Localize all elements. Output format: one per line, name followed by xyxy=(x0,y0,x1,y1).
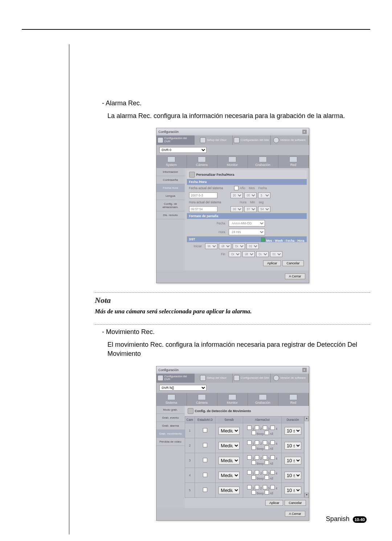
sel-dia[interactable]: 3 xyxy=(258,192,270,198)
chk-ao4[interactable] xyxy=(270,426,275,430)
sel-dur[interactable]: 10 sec xyxy=(285,457,301,464)
s-fecha[interactable]: Fecha Hora xyxy=(156,184,185,192)
c2-grab[interactable]: Grabación xyxy=(248,393,278,406)
sel-sens[interactable]: Medium xyxy=(219,457,240,464)
chk-all[interactable] xyxy=(265,446,269,450)
s2-modo[interactable]: Modo grab. xyxy=(156,406,185,414)
dvr-select2[interactable]: DVR fs[] xyxy=(159,385,207,391)
tab-dvr[interactable]: Configuración del DVR xyxy=(156,135,195,145)
sel-hh[interactable]: 09 xyxy=(230,206,243,212)
s-lang[interactable]: Lengua xyxy=(156,192,185,200)
chk-beep[interactable] xyxy=(252,475,256,480)
close-button[interactable]: A Cerrar xyxy=(285,273,305,279)
th-ao[interactable]: AlarmaOut xyxy=(243,416,282,423)
chk-ao4[interactable] xyxy=(270,455,275,460)
tab2-dvr[interactable]: Configuración del DVR xyxy=(156,374,195,383)
dvr-select[interactable]: DVR 0 xyxy=(159,147,207,153)
chk-beep[interactable] xyxy=(252,490,256,495)
sel-dur[interactable]: 10 sec xyxy=(285,427,301,435)
chk-all[interactable] xyxy=(265,490,269,495)
c2-monitor[interactable]: Monitor xyxy=(217,393,248,406)
c2-red[interactable]: Red xyxy=(278,393,309,406)
s-store[interactable]: Config. de almacenam. xyxy=(156,200,185,211)
chk-estado[interactable] xyxy=(203,488,207,492)
chk-all[interactable] xyxy=(265,460,269,465)
scroll-up-icon[interactable]: ▴ xyxy=(305,416,309,421)
chk-ao3[interactable] xyxy=(263,440,267,445)
i-hr[interactable]: 01 xyxy=(246,243,259,249)
cat-system[interactable]: System xyxy=(156,155,187,168)
cat-grabacion[interactable]: Grabación xyxy=(248,155,278,168)
chk-ao4[interactable] xyxy=(270,485,275,489)
sel-ffecha[interactable]: AAAA-MM-DD xyxy=(229,220,265,227)
c2-sistema[interactable]: Sistema xyxy=(156,393,187,406)
apply-button2[interactable]: Aplicar xyxy=(265,500,283,506)
chk-beep[interactable] xyxy=(252,431,256,435)
f-fh[interactable]: Dom xyxy=(256,251,269,257)
c2-camera[interactable]: Cámera xyxy=(187,393,217,406)
chk-beep[interactable] xyxy=(252,460,256,465)
sel-dur[interactable]: 10 sec xyxy=(285,487,301,494)
chk-ao2[interactable] xyxy=(255,426,259,430)
chk-ao1[interactable] xyxy=(247,426,252,430)
chk-ao4[interactable] xyxy=(270,440,275,445)
s-pass[interactable]: Contraseña xyxy=(156,176,185,184)
close-button2[interactable]: A Cerrar xyxy=(285,511,305,517)
cancel-button2[interactable]: Cancelar xyxy=(285,500,306,506)
s2-perdida[interactable]: Pérdida de vídeo xyxy=(156,438,185,446)
chk-fecha[interactable] xyxy=(234,186,238,190)
s2-alarma[interactable]: Grab. alarma xyxy=(156,422,185,430)
sel-dur[interactable]: 10 sec xyxy=(285,472,301,479)
chk-all[interactable] xyxy=(265,431,269,435)
s2-evento[interactable]: Grab. evento xyxy=(156,414,185,422)
tab-version[interactable]: Versión de software xyxy=(271,135,309,145)
in-fecha[interactable]: 2007-5-3 xyxy=(189,192,217,198)
tab2-site[interactable]: Configuración del Site xyxy=(233,374,271,383)
chk-estado[interactable] xyxy=(203,428,207,432)
s2-mov[interactable]: Grab. movimiento xyxy=(156,430,185,438)
sel-sens[interactable]: Medium xyxy=(219,487,240,494)
sel-mm[interactable]: 37 xyxy=(244,206,257,212)
sel-ss[interactable]: 54 xyxy=(258,206,270,212)
s-info[interactable]: Información xyxy=(156,168,185,176)
f-wk[interactable]: últ xyxy=(242,251,255,257)
cat-monitor[interactable]: Monitor xyxy=(217,155,248,168)
apply-button[interactable]: Aplicar xyxy=(263,260,281,266)
th-estado[interactable]: EstadoM.D xyxy=(195,416,216,423)
chk-estado[interactable] xyxy=(203,443,207,447)
sel-mes[interactable]: 05 xyxy=(244,192,257,198)
chk-ao4[interactable] xyxy=(270,470,275,475)
chk-ao3[interactable] xyxy=(263,426,267,430)
chk-ao2[interactable] xyxy=(255,470,259,475)
cat-camera[interactable]: Cámera xyxy=(187,155,217,168)
table-scrollbar[interactable]: ▴ ▾ xyxy=(304,416,309,498)
in-hora[interactable]: 09:37:54 xyxy=(189,206,217,212)
chk-ao1[interactable] xyxy=(247,455,252,460)
chk-ao1[interactable] xyxy=(247,470,252,475)
chk-dst[interactable] xyxy=(261,237,265,242)
scroll-down-icon[interactable]: ▾ xyxy=(305,493,309,498)
f-hr[interactable]: 01 xyxy=(270,251,282,257)
chk-ao1[interactable] xyxy=(247,440,252,445)
sel-sens[interactable]: Medium xyxy=(219,472,240,479)
tab-visor[interactable]: Setup del Visor xyxy=(195,135,233,145)
f-mes[interactable]: Oct xyxy=(229,251,241,257)
chk-ao3[interactable] xyxy=(263,470,267,475)
s-remoto[interactable]: Dis. remoto xyxy=(156,211,185,219)
close-icon[interactable]: × xyxy=(302,130,307,134)
sel-year[interactable]: 2007 xyxy=(230,192,243,198)
i-fh[interactable]: Dom xyxy=(233,243,245,249)
sel-fhora[interactable]: 24 Hrs xyxy=(229,229,265,235)
i-wk[interactable]: últ xyxy=(219,243,231,249)
chk-estado[interactable] xyxy=(203,458,207,462)
chk-all[interactable] xyxy=(265,475,269,480)
chk-beep[interactable] xyxy=(252,446,256,450)
cancel-button[interactable]: Cancelar xyxy=(282,260,303,266)
close-icon[interactable]: × xyxy=(302,368,307,372)
chk-ao2[interactable] xyxy=(255,455,259,460)
sel-sens[interactable]: Medium xyxy=(219,442,240,450)
sel-sens[interactable]: Medium xyxy=(219,427,240,435)
chk-ao2[interactable] xyxy=(255,440,259,445)
chk-ao3[interactable] xyxy=(263,485,267,489)
chk-ao1[interactable] xyxy=(247,485,252,489)
